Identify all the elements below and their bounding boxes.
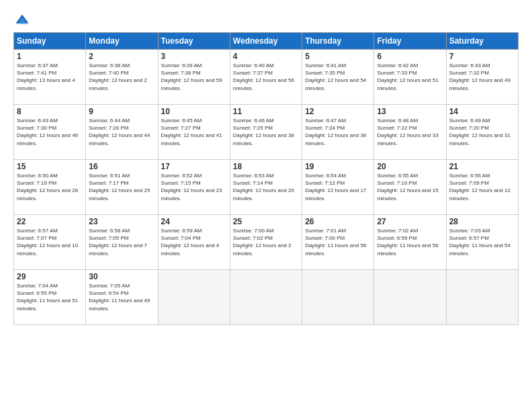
calendar-cell: 15Sunrise: 6:50 AMSunset: 7:19 PMDayligh… xyxy=(14,160,86,215)
day-info: Sunrise: 6:52 AMSunset: 7:15 PMDaylight:… xyxy=(161,172,227,202)
calendar-cell xyxy=(158,270,230,325)
calendar-cell: 27Sunrise: 7:02 AMSunset: 6:59 PMDayligh… xyxy=(374,215,446,270)
day-info: Sunrise: 7:04 AMSunset: 6:55 PMDaylight:… xyxy=(17,282,83,312)
calendar-cell: 19Sunrise: 6:54 AMSunset: 7:12 PMDayligh… xyxy=(302,160,374,215)
day-info: Sunrise: 6:40 AMSunset: 7:37 PMDaylight:… xyxy=(233,62,299,92)
page: SundayMondayTuesdayWednesdayThursdayFrid… xyxy=(0,0,532,411)
calendar-cell: 10Sunrise: 6:45 AMSunset: 7:27 PMDayligh… xyxy=(158,105,230,160)
day-info: Sunrise: 6:42 AMSunset: 7:33 PMDaylight:… xyxy=(377,62,443,92)
calendar-cell: 22Sunrise: 6:57 AMSunset: 7:07 PMDayligh… xyxy=(14,215,86,270)
day-number: 26 xyxy=(305,217,371,226)
day-info: Sunrise: 6:57 AMSunset: 7:07 PMDaylight:… xyxy=(17,227,83,257)
weekday-header-saturday: Saturday xyxy=(446,33,518,50)
day-info: Sunrise: 6:41 AMSunset: 7:35 PMDaylight:… xyxy=(305,62,371,92)
calendar-cell: 5Sunrise: 6:41 AMSunset: 7:35 PMDaylight… xyxy=(302,50,374,105)
weekday-header-monday: Monday xyxy=(86,33,158,50)
day-number: 10 xyxy=(161,107,227,116)
logo-text xyxy=(13,13,30,28)
day-number: 2 xyxy=(89,52,154,61)
calendar-cell: 18Sunrise: 6:53 AMSunset: 7:14 PMDayligh… xyxy=(230,160,302,215)
day-info: Sunrise: 7:01 AMSunset: 7:00 PMDaylight:… xyxy=(305,227,371,257)
day-info: Sunrise: 6:51 AMSunset: 7:17 PMDaylight:… xyxy=(89,172,154,202)
weekday-header-row: SundayMondayTuesdayWednesdayThursdayFrid… xyxy=(14,33,519,50)
day-info: Sunrise: 6:46 AMSunset: 7:25 PMDaylight:… xyxy=(233,117,299,147)
calendar-cell: 25Sunrise: 7:00 AMSunset: 7:02 PMDayligh… xyxy=(230,215,302,270)
calendar-cell: 14Sunrise: 6:49 AMSunset: 7:20 PMDayligh… xyxy=(446,105,518,160)
day-info: Sunrise: 6:56 AMSunset: 7:09 PMDaylight:… xyxy=(449,172,515,202)
day-info: Sunrise: 6:38 AMSunset: 7:40 PMDaylight:… xyxy=(89,62,154,92)
day-info: Sunrise: 6:37 AMSunset: 7:41 PMDaylight:… xyxy=(17,62,83,92)
calendar-cell: 1Sunrise: 6:37 AMSunset: 7:41 PMDaylight… xyxy=(14,50,86,105)
day-number: 30 xyxy=(89,272,154,281)
day-number: 11 xyxy=(233,107,299,116)
calendar-cell: 28Sunrise: 7:03 AMSunset: 6:57 PMDayligh… xyxy=(446,215,518,270)
day-number: 15 xyxy=(17,162,83,171)
week-row-3: 15Sunrise: 6:50 AMSunset: 7:19 PMDayligh… xyxy=(14,160,519,215)
day-number: 12 xyxy=(305,107,371,116)
day-number: 23 xyxy=(89,217,154,226)
day-number: 20 xyxy=(377,162,443,171)
calendar-cell: 30Sunrise: 7:05 AMSunset: 6:54 PMDayligh… xyxy=(86,270,158,325)
week-row-5: 29Sunrise: 7:04 AMSunset: 6:55 PMDayligh… xyxy=(14,270,519,325)
calendar-cell: 12Sunrise: 6:47 AMSunset: 7:24 PMDayligh… xyxy=(302,105,374,160)
day-info: Sunrise: 6:53 AMSunset: 7:14 PMDaylight:… xyxy=(233,172,299,202)
day-info: Sunrise: 6:59 AMSunset: 7:04 PMDaylight:… xyxy=(161,227,227,257)
day-number: 7 xyxy=(449,52,515,61)
week-row-1: 1Sunrise: 6:37 AMSunset: 7:41 PMDaylight… xyxy=(14,50,519,105)
day-number: 9 xyxy=(89,107,154,116)
calendar-cell: 3Sunrise: 6:39 AMSunset: 7:38 PMDaylight… xyxy=(158,50,230,105)
calendar-cell: 9Sunrise: 6:44 AMSunset: 7:28 PMDaylight… xyxy=(86,105,158,160)
day-number: 13 xyxy=(377,107,443,116)
week-row-2: 8Sunrise: 6:43 AMSunset: 7:30 PMDaylight… xyxy=(14,105,519,160)
calendar-cell: 29Sunrise: 7:04 AMSunset: 6:55 PMDayligh… xyxy=(14,270,86,325)
day-number: 1 xyxy=(17,52,83,61)
calendar-cell: 24Sunrise: 6:59 AMSunset: 7:04 PMDayligh… xyxy=(158,215,230,270)
day-number: 4 xyxy=(233,52,299,61)
day-info: Sunrise: 6:49 AMSunset: 7:20 PMDaylight:… xyxy=(449,117,515,147)
calendar-cell: 7Sunrise: 6:43 AMSunset: 7:32 PMDaylight… xyxy=(446,50,518,105)
calendar-cell: 6Sunrise: 6:42 AMSunset: 7:33 PMDaylight… xyxy=(374,50,446,105)
calendar-table: SundayMondayTuesdayWednesdayThursdayFrid… xyxy=(13,32,519,325)
calendar-cell: 8Sunrise: 6:43 AMSunset: 7:30 PMDaylight… xyxy=(14,105,86,160)
day-number: 29 xyxy=(17,272,83,281)
weekday-header-friday: Friday xyxy=(374,33,446,50)
weekday-header-wednesday: Wednesday xyxy=(230,33,302,50)
day-number: 21 xyxy=(449,162,515,171)
day-info: Sunrise: 6:43 AMSunset: 7:32 PMDaylight:… xyxy=(449,62,515,92)
day-info: Sunrise: 6:47 AMSunset: 7:24 PMDaylight:… xyxy=(305,117,371,147)
day-info: Sunrise: 6:50 AMSunset: 7:19 PMDaylight:… xyxy=(17,172,83,202)
day-info: Sunrise: 7:05 AMSunset: 6:54 PMDaylight:… xyxy=(89,282,154,312)
day-info: Sunrise: 7:02 AMSunset: 6:59 PMDaylight:… xyxy=(377,227,443,257)
calendar-cell xyxy=(374,270,446,325)
day-info: Sunrise: 6:55 AMSunset: 7:10 PMDaylight:… xyxy=(377,172,443,202)
day-info: Sunrise: 6:48 AMSunset: 7:22 PMDaylight:… xyxy=(377,117,443,147)
day-number: 24 xyxy=(161,217,227,226)
calendar-cell: 21Sunrise: 6:56 AMSunset: 7:09 PMDayligh… xyxy=(446,160,518,215)
calendar-cell: 26Sunrise: 7:01 AMSunset: 7:00 PMDayligh… xyxy=(302,215,374,270)
day-info: Sunrise: 6:39 AMSunset: 7:38 PMDaylight:… xyxy=(161,62,227,92)
day-number: 25 xyxy=(233,217,299,226)
day-number: 6 xyxy=(377,52,443,61)
day-info: Sunrise: 6:43 AMSunset: 7:30 PMDaylight:… xyxy=(17,117,83,147)
day-number: 22 xyxy=(17,217,83,226)
calendar-cell xyxy=(230,270,302,325)
day-info: Sunrise: 7:00 AMSunset: 7:02 PMDaylight:… xyxy=(233,227,299,257)
day-number: 19 xyxy=(305,162,371,171)
day-info: Sunrise: 6:44 AMSunset: 7:28 PMDaylight:… xyxy=(89,117,154,147)
day-number: 17 xyxy=(161,162,227,171)
calendar-cell: 2Sunrise: 6:38 AMSunset: 7:40 PMDaylight… xyxy=(86,50,158,105)
day-number: 28 xyxy=(449,217,515,226)
week-row-4: 22Sunrise: 6:57 AMSunset: 7:07 PMDayligh… xyxy=(14,215,519,270)
day-number: 5 xyxy=(305,52,371,61)
logo xyxy=(13,13,30,26)
calendar-cell: 11Sunrise: 6:46 AMSunset: 7:25 PMDayligh… xyxy=(230,105,302,160)
day-number: 18 xyxy=(233,162,299,171)
calendar-cell: 13Sunrise: 6:48 AMSunset: 7:22 PMDayligh… xyxy=(374,105,446,160)
calendar-cell: 23Sunrise: 6:58 AMSunset: 7:05 PMDayligh… xyxy=(86,215,158,270)
calendar-cell: 20Sunrise: 6:55 AMSunset: 7:10 PMDayligh… xyxy=(374,160,446,215)
weekday-header-sunday: Sunday xyxy=(14,33,86,50)
weekday-header-tuesday: Tuesday xyxy=(158,33,230,50)
logo-icon xyxy=(15,13,30,28)
calendar-cell: 4Sunrise: 6:40 AMSunset: 7:37 PMDaylight… xyxy=(230,50,302,105)
header xyxy=(13,13,519,26)
